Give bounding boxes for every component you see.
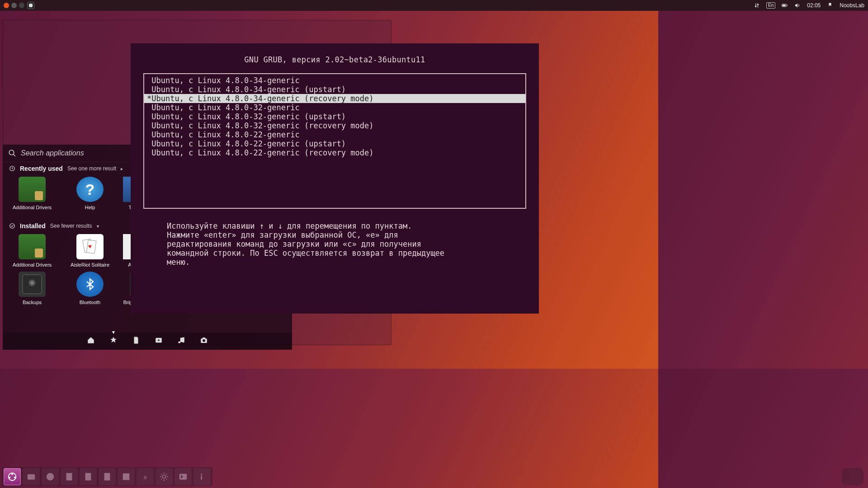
grub-help-line: меню. (167, 258, 503, 267)
svg-text:♥: ♥ (88, 243, 92, 250)
grub-menu[interactable]: Ubuntu, с Linux 4.8.0-34-generic Ubuntu,… (143, 73, 526, 209)
grub-entry[interactable]: Ubuntu, с Linux 4.8.0-32-generic (upstar… (144, 112, 525, 121)
app-label: Bluetooth (80, 300, 100, 305)
grub-entry[interactable]: Ubuntu, с Linux 4.8.0-34-generic (upstar… (144, 85, 525, 94)
maximize-button[interactable] (19, 3, 24, 8)
grub-title: GNU GRUB, версия 2.02~beta2-36ubuntu11 (131, 43, 539, 71)
tab-photos[interactable] (200, 336, 208, 346)
drivers-icon (19, 234, 46, 259)
grub-entry[interactable]: Ubuntu, с Linux 4.8.0-32-generic (144, 103, 525, 112)
drivers-icon (19, 177, 46, 202)
clock-icon (9, 165, 15, 172)
top-panel: En 02:05 NoobsLab (0, 0, 658, 11)
chevron-right-icon: ▸ (121, 166, 123, 171)
safe-icon (19, 272, 46, 297)
app-backups[interactable]: Backups (7, 272, 57, 305)
cards-icon: ♥ (76, 234, 104, 259)
svg-point-6 (10, 224, 15, 229)
tab-apps[interactable] (109, 336, 118, 346)
grub-window: GNU GRUB, версия 2.02~beta2-36ubuntu11 U… (131, 43, 539, 314)
grub-entry[interactable]: Ubuntu, с Linux 4.8.0-22-generic (144, 130, 525, 139)
tab-video[interactable] (155, 336, 163, 346)
chevron-down-icon: ▾ (97, 224, 99, 229)
minimize-button[interactable] (11, 3, 17, 8)
window-controls (4, 3, 24, 8)
grub-entry[interactable]: Ubuntu, с Linux 4.8.0-22-generic (recove… (144, 148, 525, 157)
grub-help-text: Используйте клавиши ↑ и ↓ для перемещени… (131, 209, 539, 267)
svg-point-15 (203, 339, 205, 342)
app-label: Additional Drivers (13, 205, 52, 211)
overlay-category-tabs (3, 333, 292, 350)
app-help[interactable]: ? Help (65, 177, 115, 211)
recent-title: Recently used (20, 165, 63, 172)
svg-point-3 (9, 150, 14, 155)
tab-music[interactable] (177, 336, 185, 346)
grub-help-line: Нажмите «enter» для загрузки выбранной О… (167, 230, 503, 239)
app-bluetooth[interactable]: Bluetooth (65, 272, 115, 305)
tab-files[interactable] (132, 336, 140, 346)
check-icon (9, 223, 15, 229)
close-button[interactable] (4, 3, 9, 8)
app-label: Additional Drivers (13, 262, 52, 268)
search-icon (8, 149, 16, 157)
svg-line-4 (13, 154, 15, 156)
bluetooth-icon (76, 272, 104, 297)
app-aisleriot[interactable]: ♥ AisleRiot Solitaire (65, 234, 115, 268)
app-additional-drivers[interactable]: Additional Drivers (7, 177, 57, 211)
app-label: Backups (23, 300, 42, 305)
svg-rect-16 (203, 338, 205, 339)
grub-entry[interactable]: Ubuntu, с Linux 4.8.0-32-generic (recove… (144, 121, 525, 130)
grub-entry-selected[interactable]: *Ubuntu, с Linux 4.8.0-34-generic (recov… (144, 94, 525, 103)
installed-title: Installed (20, 222, 46, 230)
app-label: Help (85, 205, 95, 211)
tab-home[interactable] (87, 336, 95, 346)
grub-help-line: Используйте клавиши ↑ и ↓ для перемещени… (167, 221, 503, 230)
grub-entry[interactable]: Ubuntu, с Linux 4.8.0-22-generic (upstar… (144, 139, 525, 148)
app-menu-icon[interactable] (27, 2, 34, 9)
installed-subtitle: See fewer results (50, 223, 92, 229)
grub-entry[interactable]: Ubuntu, с Linux 4.8.0-34-generic (144, 76, 525, 85)
grub-help-line: редактирования команд до загрузки или «c… (167, 239, 503, 249)
app-additional-drivers[interactable]: Additional Drivers (7, 234, 57, 268)
help-icon: ? (76, 177, 104, 202)
svg-point-12 (31, 282, 33, 284)
app-label: AisleRiot Solitaire (71, 262, 109, 268)
grub-help-line: командной строки. По ESC осуществляется … (167, 249, 503, 258)
recent-subtitle: See one more result (67, 165, 116, 172)
